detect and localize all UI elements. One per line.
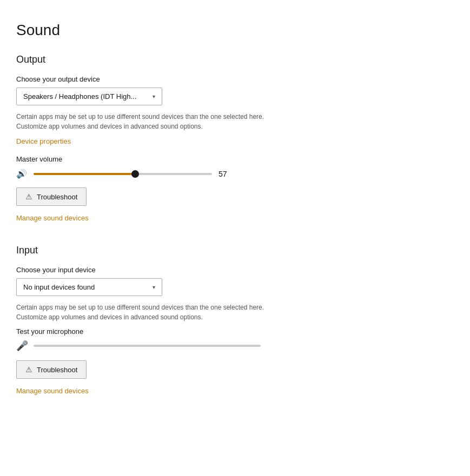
microphone-level-row: 🎤 bbox=[16, 340, 454, 352]
speaker-icon: 🔊 bbox=[16, 169, 27, 179]
input-device-dropdown[interactable]: No input devices found ▾ bbox=[16, 278, 162, 296]
volume-slider-fill bbox=[34, 173, 135, 175]
volume-slider-thumb[interactable] bbox=[131, 170, 139, 178]
input-device-label: Choose your input device bbox=[16, 266, 454, 274]
warning-icon-input: ⚠ bbox=[25, 365, 32, 374]
chevron-down-icon-input: ▾ bbox=[153, 284, 155, 290]
microphone-icon: 🎤 bbox=[16, 340, 28, 352]
output-troubleshoot-label: Troubleshoot bbox=[37, 193, 77, 201]
output-info-text: Certain apps may be set up to use differ… bbox=[16, 112, 265, 131]
volume-row: 🔊 57 bbox=[16, 169, 454, 179]
input-section-title: Input bbox=[16, 245, 454, 256]
output-section: Output Choose your output device Speaker… bbox=[16, 54, 454, 230]
input-device-value: No input devices found bbox=[23, 283, 95, 291]
device-properties-link[interactable]: Device properties bbox=[16, 137, 71, 145]
microphone-level-track bbox=[34, 345, 261, 347]
input-troubleshoot-button[interactable]: ⚠ Troubleshoot bbox=[16, 360, 87, 379]
input-troubleshoot-label: Troubleshoot bbox=[37, 366, 77, 374]
input-section: Input Choose your input device No input … bbox=[16, 245, 454, 403]
chevron-down-icon: ▾ bbox=[153, 93, 155, 99]
output-device-value: Speakers / Headphones (IDT High... bbox=[23, 92, 136, 100]
output-troubleshoot-button[interactable]: ⚠ Troubleshoot bbox=[16, 187, 87, 206]
output-section-title: Output bbox=[16, 54, 454, 65]
volume-slider[interactable] bbox=[34, 173, 212, 175]
output-device-dropdown[interactable]: Speakers / Headphones (IDT High... ▾ bbox=[16, 88, 162, 105]
master-volume-label: Master volume bbox=[16, 155, 454, 163]
output-manage-sound-devices-link[interactable]: Manage sound devices bbox=[16, 214, 89, 222]
warning-icon: ⚠ bbox=[25, 192, 32, 201]
page-title: Sound bbox=[16, 22, 454, 39]
volume-value: 57 bbox=[219, 170, 235, 178]
input-info-text: Certain apps may be set up to use differ… bbox=[16, 303, 265, 322]
test-mic-label: Test your microphone bbox=[16, 327, 454, 336]
output-device-label: Choose your output device bbox=[16, 75, 454, 83]
input-manage-sound-devices-link[interactable]: Manage sound devices bbox=[16, 387, 89, 395]
